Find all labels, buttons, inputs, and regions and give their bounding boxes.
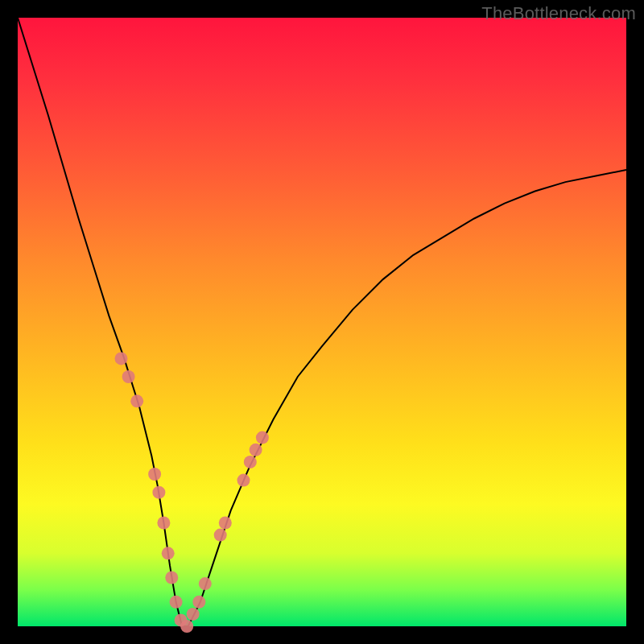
data-marker [162,547,175,559]
data-marker [130,394,143,407]
data-marker [244,456,257,469]
data-marker [157,517,170,530]
data-marker [256,431,269,444]
data-marker [115,352,128,365]
data-marker [152,486,165,499]
data-marker [122,370,135,383]
marker-group [115,352,269,633]
data-marker [180,620,193,633]
data-marker [219,517,232,530]
data-marker [199,577,212,590]
data-marker [165,572,178,584]
data-marker [187,608,200,621]
data-marker [148,468,161,481]
data-marker [170,596,183,609]
chart-svg [18,18,626,626]
data-marker [214,529,227,542]
data-marker [250,444,262,456]
data-marker [192,596,205,609]
data-marker [237,474,250,487]
bottleneck-curve [18,18,626,626]
